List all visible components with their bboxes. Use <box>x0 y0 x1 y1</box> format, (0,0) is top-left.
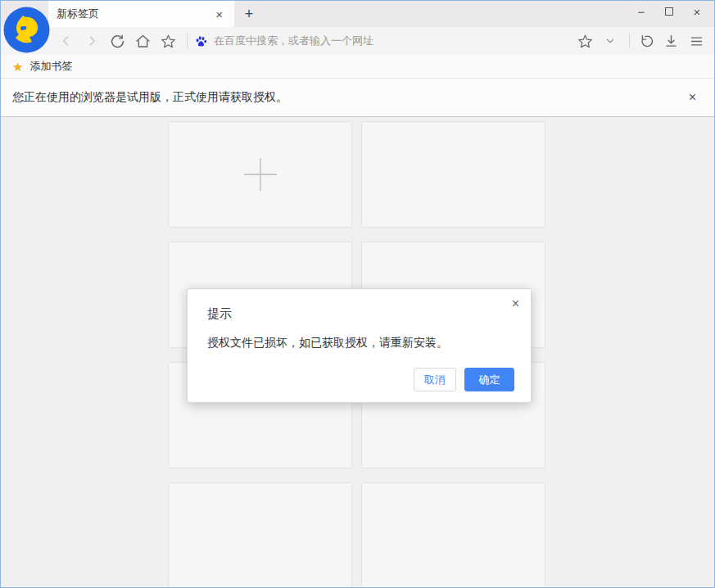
tab-close-icon[interactable]: × <box>212 7 226 22</box>
notice-close-icon[interactable]: × <box>686 89 699 106</box>
cancel-button[interactable]: 取消 <box>414 368 456 391</box>
favorites-icon[interactable] <box>160 33 176 49</box>
menu-icon[interactable] <box>688 33 704 49</box>
nav-right-separator <box>629 34 630 48</box>
dialog-close-icon[interactable]: × <box>510 296 521 312</box>
tab-title: 新标签页 <box>57 7 212 21</box>
new-tab-button[interactable]: + <box>239 1 259 27</box>
window-controls: − × <box>627 1 711 22</box>
speed-dial-add-tile[interactable] <box>168 121 352 228</box>
gold-star-icon: ★ <box>12 61 23 73</box>
navigation-bar: 在百度中搜索，或者输入一个网址 <box>1 27 714 55</box>
bookmark-star-icon[interactable] <box>577 33 593 49</box>
tab-strip: 新标签页 × + − × <box>1 1 714 27</box>
nav-separator <box>187 34 188 48</box>
browser-window: 新标签页 × + − × <box>0 0 715 588</box>
forward-icon[interactable] <box>84 33 100 49</box>
bookmark-bar: ★ 添加书签 <box>1 55 714 79</box>
close-window-icon[interactable]: × <box>683 1 711 22</box>
trial-notice-text: 您正在使用的浏览器是试用版，正式使用请获取授权。 <box>12 90 686 105</box>
reload-icon[interactable] <box>109 33 125 49</box>
chevron-down-icon[interactable] <box>602 33 618 49</box>
address-placeholder: 在百度中搜索，或者输入一个网址 <box>214 34 373 48</box>
dialog-message: 授权文件已损坏，如已获取授权，请重新安装。 <box>188 322 531 351</box>
ok-button[interactable]: 确定 <box>464 368 514 391</box>
undo-icon[interactable] <box>637 33 654 49</box>
plus-icon <box>242 156 279 193</box>
address-bar[interactable]: 在百度中搜索，或者输入一个网址 <box>195 34 577 48</box>
back-icon[interactable] <box>58 33 75 49</box>
maximize-icon[interactable] <box>655 1 683 22</box>
new-tab-page: × 提示 授权文件已损坏，如已获取授权，请重新安装。 取消 确定 <box>1 117 714 588</box>
home-icon[interactable] <box>134 33 151 49</box>
browser-logo-icon <box>3 7 50 53</box>
dialog-buttons: 取消 确定 <box>414 368 514 391</box>
speed-dial-tile[interactable] <box>361 482 545 588</box>
tab-new-tab-page[interactable]: 新标签页 × <box>48 1 234 27</box>
speed-dial-tile[interactable] <box>168 482 352 588</box>
add-bookmark-button[interactable]: 添加书签 <box>29 59 72 74</box>
nav-right-group <box>577 33 704 49</box>
trial-notice-bar: 您正在使用的浏览器是试用版，正式使用请获取授权。 × <box>1 79 714 117</box>
alert-dialog: × 提示 授权文件已损坏，如已获取授权，请重新安装。 取消 确定 <box>187 288 532 403</box>
download-icon[interactable] <box>663 33 679 49</box>
dialog-title: 提示 <box>188 289 531 322</box>
baidu-paw-icon <box>195 35 207 47</box>
minimize-icon[interactable]: − <box>627 1 655 22</box>
speed-dial-tile[interactable] <box>361 121 545 228</box>
